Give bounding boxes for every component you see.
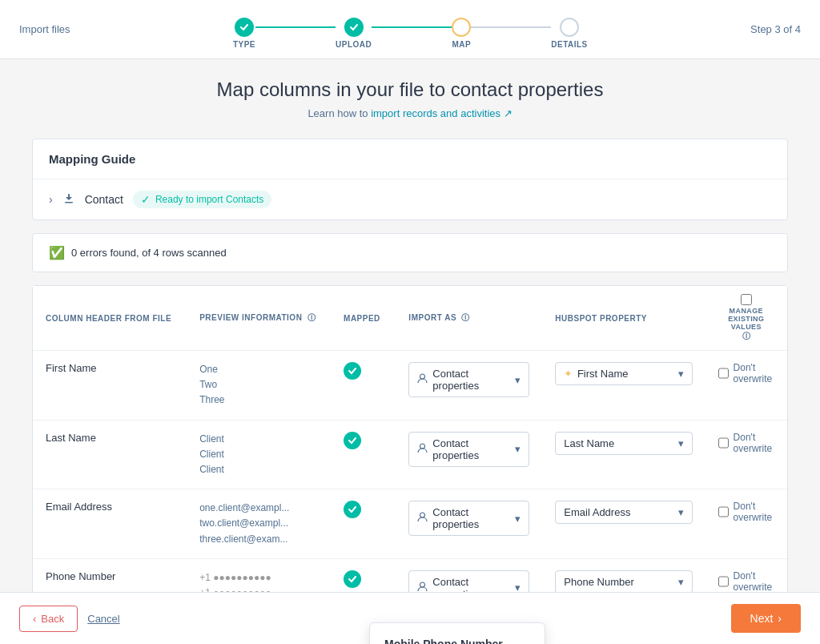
back-arrow-icon: ‹ [33,613,36,625]
progress-steps: TYPE UPLOAD MAP DETAILS [233,10,588,49]
hubspot-arrow-icon-2: ▾ [678,437,684,449]
table-card: COLUMN HEADER FROM FILE PREVIEW INFORMAT… [32,285,788,641]
hubspot-arrow-icon-4: ▾ [678,576,684,588]
step-map-label: MAP [452,40,471,49]
manage-checkbox-input-lastname[interactable] [718,437,729,449]
svg-point-3 [420,444,425,449]
svg-point-5 [420,582,425,587]
cell-column-header-lastname: Last Name [33,420,187,489]
manage-checkbox-phone[interactable]: Don't overwrite [718,570,774,593]
errors-card: ✅ 0 errors found, of 4 rows scanned [32,233,788,272]
mapped-check-email [344,501,361,518]
required-star-icon: ✦ [564,368,573,380]
chevron-right-icon[interactable]: › [49,193,53,206]
manage-checkbox-input-email[interactable] [718,506,729,517]
cell-hubspot-firstname: ✦ First Name ▾ [542,351,705,421]
manage-all-checkbox[interactable] [741,294,752,305]
mapping-guide-title: Mapping Guide [49,152,135,166]
table-row: First Name OneTwoThree [33,351,787,421]
hubspot-dropdown-phone[interactable]: Phone Number ▾ [555,570,692,594]
import-as-dropdown-lastname[interactable]: Contact properties ▾ [408,432,529,467]
footer-left: ‹ Back Cancel [19,606,120,632]
hubspot-arrow-icon: ▾ [678,368,684,380]
manage-checkbox-input-firstname[interactable] [718,368,729,379]
ready-badge-text: Ready to import Contacts [155,194,263,205]
contact-icon [417,373,428,386]
hubspot-dropdown-email[interactable]: Email Address ▾ [555,501,692,524]
cell-preview-lastname: ClientClientClient [187,420,331,489]
th-mapped: MAPPED [331,286,396,351]
step-map: MAP [452,18,471,49]
back-button[interactable]: ‹ Back [19,606,78,632]
hubspot-dropdown-firstname[interactable]: ✦ First Name ▾ [555,362,692,385]
contact-icon-3 [417,512,428,525]
th-preview: PREVIEW INFORMATION ⓘ [187,286,331,351]
table-row: Email Address one.client@exampl...two.cl… [33,489,787,559]
mapping-guide-row: › Contact ✓ Ready to import Contacts [33,179,787,219]
mapping-guide-header: Mapping Guide [33,139,787,179]
svg-rect-1 [68,194,70,199]
line-3 [471,26,551,28]
learn-how-link[interactable]: import records and activities [371,107,500,119]
th-column-header: COLUMN HEADER FROM FILE [33,286,187,351]
errors-text: 0 errors found, of 4 rows scanned [71,247,227,259]
popup-title: Mobile Phone Number [384,638,530,644]
cell-column-header-firstname: First Name [33,351,187,421]
external-link-icon: ↗ [504,107,512,119]
hubspot-dropdown-lastname[interactable]: Last Name ▾ [555,432,692,455]
mapped-check-lastname [344,432,361,449]
next-arrow-icon: › [778,612,782,625]
step-map-circle [452,18,471,37]
next-button[interactable]: Next › [731,604,801,633]
hubspot-arrow-icon-3: ▾ [678,506,684,518]
contact-label: Contact [85,193,123,206]
mapped-check-phone [344,570,361,588]
cell-manage-firstname: Don't overwrite [705,351,787,421]
ready-check-icon: ✓ [141,193,151,206]
mapped-check-firstname [344,362,361,380]
main-content: Map columns in your file to contact prop… [0,59,820,644]
import-files-link[interactable]: Import files [19,23,70,35]
page-title: Map columns in your file to contact prop… [32,78,788,101]
manage-checkbox-email[interactable]: Don't overwrite [718,501,774,523]
step-upload: UPLOAD [336,18,372,49]
cell-hubspot-email: Email Address ▾ [542,489,705,559]
step-details-circle [560,18,579,37]
cell-preview-email: one.client@exampl...two.client@exampl...… [187,489,331,559]
cell-manage-email: Don't overwrite [705,489,787,559]
cell-mapped-lastname [331,420,396,489]
cell-manage-lastname: Don't overwrite [705,420,787,489]
errors-check-icon: ✅ [49,245,65,260]
manage-info-icon: ⓘ [742,331,751,342]
cell-import-as-email: Contact properties ▾ [396,489,542,559]
page-subtitle: Learn how to import records and activiti… [32,107,788,119]
import-as-dropdown-firstname[interactable]: Contact properties ▾ [408,362,529,397]
cell-hubspot-lastname: Last Name ▾ [542,420,705,489]
ready-badge: ✓ Ready to import Contacts [133,191,271,208]
cell-import-as-lastname: Contact properties ▾ [396,420,542,489]
property-info-popup: Mobile Phone Number Usage 2 contacts hav… [369,622,545,644]
th-hubspot-property: HUBSPOT PROPERTY [542,286,705,351]
cancel-button[interactable]: Cancel [87,613,119,625]
manage-checkbox-input-phone[interactable] [718,576,729,587]
import-as-dropdown-email[interactable]: Contact properties ▾ [408,501,529,536]
step-upload-label: UPLOAD [336,40,372,49]
contact-icon-2 [417,443,428,456]
line-1 [255,26,336,28]
svg-point-2 [420,374,425,379]
line-2 [372,26,452,28]
mapping-table: COLUMN HEADER FROM FILE PREVIEW INFORMAT… [33,286,787,627]
step-type-circle [235,18,254,37]
dropdown-arrow-icon-3: ▾ [515,513,521,525]
step-upload-circle [344,18,364,37]
dropdown-arrow-icon-2: ▾ [515,443,521,455]
manage-checkbox-firstname[interactable]: Don't overwrite [718,362,774,384]
cell-import-as-firstname: Contact properties ▾ [396,351,542,421]
th-manage-existing: MANAGEEXISTINGVALUES ⓘ [705,286,787,351]
th-import-as: IMPORT AS ⓘ [396,286,542,351]
dropdown-arrow-icon: ▾ [515,374,521,386]
info-icon: ⓘ [308,313,316,322]
manage-checkbox-lastname[interactable]: Don't overwrite [718,432,774,454]
step-type-label: TYPE [233,40,255,49]
cell-preview-firstname: OneTwoThree [187,351,331,421]
